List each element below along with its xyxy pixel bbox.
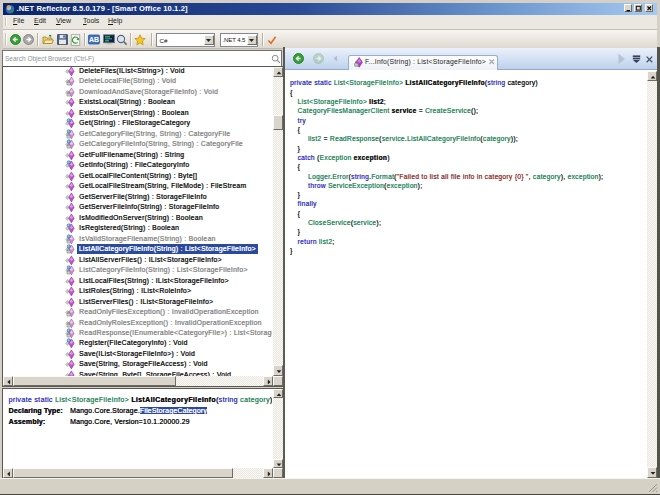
svg-text:AB: AB [89, 36, 99, 43]
